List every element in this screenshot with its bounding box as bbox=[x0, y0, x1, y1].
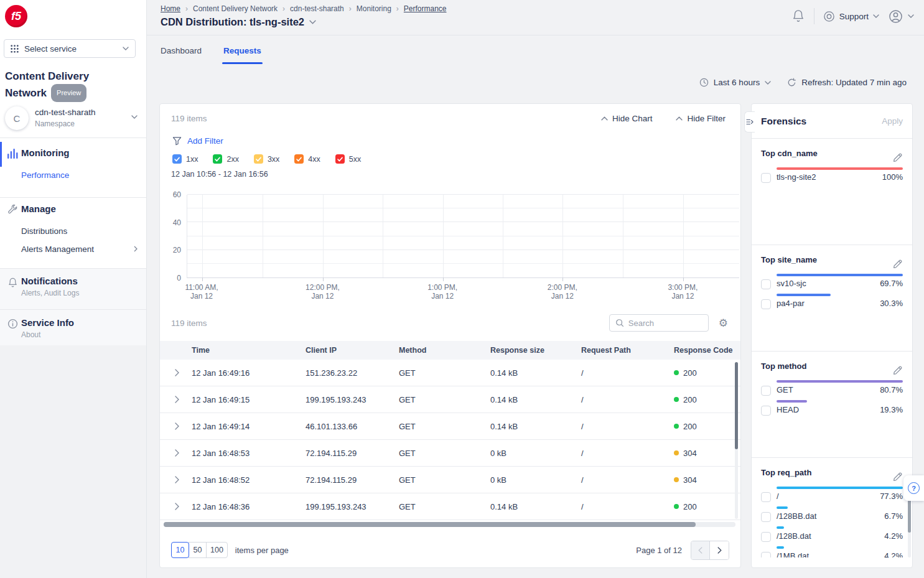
checkbox-unchecked[interactable] bbox=[761, 406, 771, 416]
refresh-control[interactable]: Refresh: Updated 7 min ago bbox=[787, 78, 907, 87]
next-page-button[interactable] bbox=[710, 541, 729, 559]
column-header[interactable]: Client IP bbox=[306, 346, 399, 355]
row-expand-icon[interactable] bbox=[160, 369, 192, 376]
checkbox-unchecked[interactable] bbox=[761, 279, 771, 289]
cell-method: GET bbox=[399, 502, 490, 511]
table-vertical-scrollbar[interactable] bbox=[735, 362, 738, 519]
chart-date-range: 12 Jan 10:56 - 12 Jan 16:56 bbox=[171, 170, 268, 179]
checkbox-unchecked[interactable] bbox=[761, 532, 771, 542]
table-row[interactable]: 12 Jan 16:49:16151.236.23.22GET0.14 kB/2… bbox=[160, 360, 740, 386]
sidebar-item-manage[interactable]: Manage bbox=[21, 203, 56, 214]
status-filter-5xx[interactable]: 5xx bbox=[335, 154, 361, 164]
breadcrumb-item[interactable]: Home bbox=[161, 4, 180, 13]
scrollbar-thumb[interactable] bbox=[735, 362, 738, 449]
sidebar-item-performance[interactable]: Performance bbox=[21, 170, 69, 180]
select-service-dropdown[interactable]: Select service bbox=[4, 39, 136, 58]
column-header[interactable]: Response size bbox=[490, 346, 581, 355]
forensics-item-list: tls-ng-site2100% bbox=[761, 167, 903, 182]
edit-icon[interactable] bbox=[892, 472, 903, 482]
row-expand-icon[interactable] bbox=[160, 476, 192, 483]
forensics-item-label: pa4-par bbox=[777, 299, 805, 309]
column-header[interactable]: Response Code bbox=[674, 346, 740, 355]
previous-page-button[interactable] bbox=[691, 541, 710, 559]
cell-response-code: 200 bbox=[674, 422, 740, 431]
namespace-name: cdn-test-sharath bbox=[35, 108, 96, 117]
forensics-item: /1MB.dat4.2% bbox=[761, 546, 903, 557]
breadcrumb-item[interactable]: Content Delivery Network bbox=[193, 4, 278, 13]
column-header[interactable]: Request Path bbox=[581, 346, 674, 355]
cell-request_path: / bbox=[581, 475, 674, 485]
breadcrumb-item[interactable]: Monitoring bbox=[357, 4, 391, 13]
cell-response_size: 0 kB bbox=[490, 449, 581, 458]
checkbox-checked-icon[interactable] bbox=[294, 154, 304, 164]
row-expand-icon[interactable] bbox=[160, 503, 192, 510]
row-expand-icon[interactable] bbox=[160, 396, 192, 403]
chevron-down-icon[interactable] bbox=[309, 20, 316, 24]
checkbox-unchecked[interactable] bbox=[761, 552, 771, 557]
page-size-10[interactable]: 10 bbox=[171, 542, 189, 558]
tab-dashboard[interactable]: Dashboard bbox=[159, 45, 203, 63]
checkbox-checked-icon[interactable] bbox=[335, 154, 345, 164]
namespace-selector[interactable]: C cdn-test-sharath Namespace bbox=[0, 103, 146, 136]
gear-icon[interactable]: ⚙ bbox=[719, 318, 728, 329]
status-filter-3xx[interactable]: 3xx bbox=[254, 154, 279, 164]
distribution-bar-track bbox=[777, 506, 903, 509]
help-question-icon: ? bbox=[908, 482, 920, 494]
status-filter-4xx[interactable]: 4xx bbox=[294, 154, 320, 164]
page-size-100[interactable]: 100 bbox=[206, 542, 228, 558]
checkbox-unchecked[interactable] bbox=[761, 173, 771, 183]
edit-icon[interactable] bbox=[892, 365, 903, 376]
sidebar-item-notifications[interactable]: Notifications bbox=[21, 276, 78, 286]
collapse-panel-tab[interactable] bbox=[744, 111, 755, 133]
status-filter-1xx[interactable]: 1xx bbox=[172, 154, 198, 164]
checkbox-checked-icon[interactable] bbox=[254, 154, 263, 164]
checkbox-checked-icon[interactable] bbox=[172, 154, 182, 164]
sidebar-item-distributions[interactable]: Distributions bbox=[21, 226, 67, 236]
column-header[interactable]: Time bbox=[192, 346, 306, 355]
support-menu[interactable]: Support bbox=[823, 11, 879, 22]
column-header[interactable]: Method bbox=[399, 346, 490, 355]
breadcrumb-item[interactable]: cdn-test-sharath bbox=[290, 4, 344, 13]
help-button[interactable]: ? bbox=[903, 475, 924, 501]
checkbox-unchecked[interactable] bbox=[761, 492, 771, 502]
user-menu[interactable] bbox=[888, 9, 914, 24]
scrollbar-thumb[interactable] bbox=[908, 495, 911, 533]
top-bar: Home›Content Delivery Network›cdn-test-s… bbox=[147, 0, 924, 35]
distribution-bar bbox=[777, 526, 784, 529]
tab-requests[interactable]: Requests bbox=[222, 45, 263, 63]
table-row[interactable]: 12 Jan 16:48:36199.195.193.243GET0.14 kB… bbox=[160, 493, 740, 520]
f5-logo[interactable]: f5 bbox=[5, 5, 27, 27]
sidebar-item-monitoring[interactable]: Monitoring bbox=[21, 147, 69, 158]
search-input[interactable] bbox=[628, 319, 697, 328]
add-filter-button[interactable]: Add Filter bbox=[172, 136, 223, 146]
edit-icon[interactable] bbox=[892, 259, 903, 269]
cell-response_size: 0 kB bbox=[490, 475, 581, 485]
table-row[interactable]: 12 Jan 16:48:5372.194.115.29GET0 kB/304 bbox=[160, 440, 740, 467]
bell-icon[interactable] bbox=[791, 9, 805, 23]
checkbox-unchecked[interactable] bbox=[761, 299, 771, 309]
table-row[interactable]: 12 Jan 16:49:15199.195.193.243GET0.14 kB… bbox=[160, 386, 740, 413]
checkbox-unchecked[interactable] bbox=[761, 386, 771, 396]
table-horizontal-scrollbar[interactable] bbox=[164, 522, 735, 527]
table-row[interactable]: 12 Jan 16:49:1446.101.133.66GET0.14 kB/2… bbox=[160, 413, 740, 440]
time-range-dropdown[interactable]: Last 6 hours bbox=[699, 78, 771, 87]
row-expand-icon[interactable] bbox=[160, 449, 192, 457]
hide-chart-link[interactable]: Hide Chart bbox=[601, 114, 653, 123]
cell-client_ip: 72.194.115.29 bbox=[306, 449, 399, 458]
row-expand-icon[interactable] bbox=[160, 422, 192, 430]
checkbox-checked-icon[interactable] bbox=[213, 154, 222, 164]
info-icon bbox=[7, 319, 18, 329]
distribution-bar-track bbox=[777, 526, 903, 529]
scrollbar-thumb[interactable] bbox=[164, 522, 696, 527]
checkbox-unchecked[interactable] bbox=[761, 512, 771, 522]
apply-button[interactable]: Apply bbox=[882, 116, 903, 126]
sidebar-item-alerts-management[interactable]: Alerts Management bbox=[21, 245, 94, 254]
sidebar-item-service-info[interactable]: Service Info bbox=[21, 317, 74, 328]
page-size-50[interactable]: 50 bbox=[189, 542, 207, 558]
hide-filter-link[interactable]: Hide Filter bbox=[676, 114, 726, 123]
table-row[interactable]: 12 Jan 16:48:5272.194.115.29GET0 kB/304 bbox=[160, 467, 740, 493]
table-search[interactable] bbox=[609, 314, 709, 332]
edit-icon[interactable] bbox=[892, 152, 903, 163]
breadcrumb-item[interactable]: Performance bbox=[404, 4, 447, 13]
status-filter-2xx[interactable]: 2xx bbox=[213, 154, 238, 164]
